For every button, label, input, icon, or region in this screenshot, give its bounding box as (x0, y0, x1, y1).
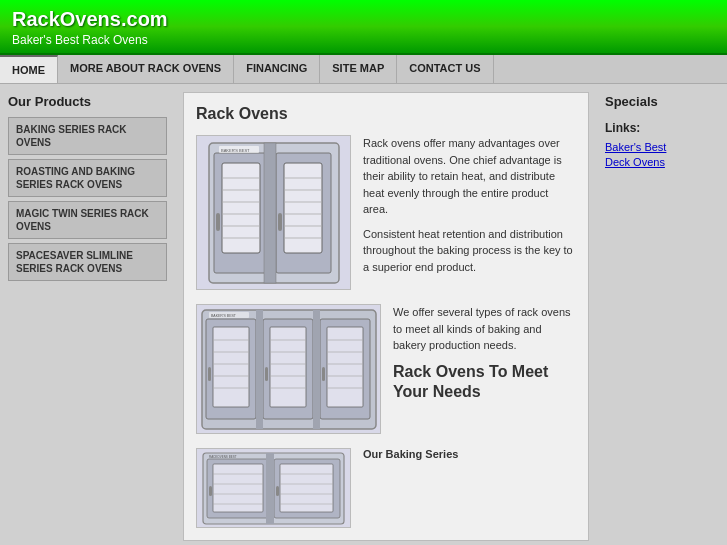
svg-text:BAKER'S BEST: BAKER'S BEST (211, 314, 237, 318)
svg-rect-66 (266, 453, 274, 524)
nav-contact[interactable]: CONTACT US (397, 55, 493, 83)
svg-rect-2 (222, 163, 260, 253)
nav-financing[interactable]: FINANCING (234, 55, 320, 83)
main-nav: HOME MORE ABOUT RACK OVENS FINANCING SIT… (0, 55, 727, 84)
oven-image-1: BAKER'S BEST (196, 135, 351, 290)
svg-rect-30 (208, 367, 211, 381)
oven-description2: We offer several types of rack ovens to … (393, 304, 576, 434)
site-title: RackOvens.com (12, 8, 715, 31)
oven-para3: We offer several types of rack ovens to … (393, 304, 576, 354)
right-link-deck-ovens[interactable]: Deck Ovens (605, 156, 719, 168)
oven-description: Rack ovens offer many advantages over tr… (363, 135, 576, 290)
svg-text:BAKER'S BEST: BAKER'S BEST (221, 148, 250, 153)
oven-para2: Consistent heat retention and distributi… (363, 226, 576, 276)
content-row1: BAKER'S BEST Rack ovens offer many advan… (196, 135, 576, 290)
svg-rect-38 (265, 367, 268, 381)
main-layout: Our Products BAKING SERIES RACK OVENS RO… (0, 84, 727, 545)
svg-rect-46 (322, 367, 325, 381)
svg-rect-48 (313, 310, 320, 429)
nav-home[interactable]: HOME (0, 55, 58, 83)
oven-description3: Our Baking Series (363, 448, 458, 528)
sidebar-title: Our Products (8, 94, 167, 109)
nav-more-about[interactable]: MORE ABOUT RACK OVENS (58, 55, 234, 83)
svg-rect-19 (278, 213, 282, 231)
svg-rect-17 (264, 143, 276, 283)
site-tagline: Baker's Best Rack Ovens (12, 33, 715, 47)
sidebar-link-spacesaver[interactable]: SPACESAVER SLIMLINE SERIES RACK OVENS (8, 243, 167, 281)
svg-rect-40 (327, 327, 363, 407)
left-sidebar: Our Products BAKING SERIES RACK OVENS RO… (0, 84, 175, 545)
right-sidebar: Specials Links: Baker's Best Deck Ovens (597, 84, 727, 545)
specials-title: Specials (605, 94, 719, 109)
svg-rect-47 (256, 310, 263, 429)
nav-sitemap[interactable]: SITE MAP (320, 55, 397, 83)
right-link-bakers-best[interactable]: Baker's Best (605, 141, 719, 153)
svg-rect-32 (270, 327, 306, 407)
svg-rect-24 (213, 327, 249, 407)
content-row2: BAKER'S BEST We offer several types of r… (196, 304, 576, 434)
site-header: RackOvens.com Baker's Best Rack Ovens (0, 0, 727, 55)
content-title: Rack Ovens (196, 105, 576, 123)
oven-image-2: BAKER'S BEST (196, 304, 381, 434)
sidebar-link-baking[interactable]: BAKING SERIES RACK OVENS (8, 117, 167, 155)
svg-rect-10 (284, 163, 322, 253)
oven-para1: Rack ovens offer many advantages over tr… (363, 135, 576, 218)
sidebar-link-magic[interactable]: MAGIC TWIN SERIES RACK OVENS (8, 201, 167, 239)
svg-rect-18 (216, 213, 220, 231)
sidebar-link-roasting[interactable]: ROASTING AND BAKING SERIES RACK OVENS (8, 159, 167, 197)
oven-image-3: RACKOVENS BEST (196, 448, 351, 528)
main-content: Rack Ovens (183, 92, 589, 541)
content-row3: RACKOVENS BEST Our Baking Series (196, 448, 576, 528)
svg-rect-65 (276, 486, 279, 496)
svg-rect-60 (280, 464, 333, 512)
svg-rect-53 (213, 464, 263, 512)
links-title: Links: (605, 121, 719, 135)
svg-text:RACKOVENS BEST: RACKOVENS BEST (209, 455, 237, 459)
svg-rect-58 (209, 486, 212, 496)
oven-para4: Our Baking Series (363, 448, 458, 460)
oven-heading2: Rack Ovens To Meet Your Needs (393, 362, 576, 404)
